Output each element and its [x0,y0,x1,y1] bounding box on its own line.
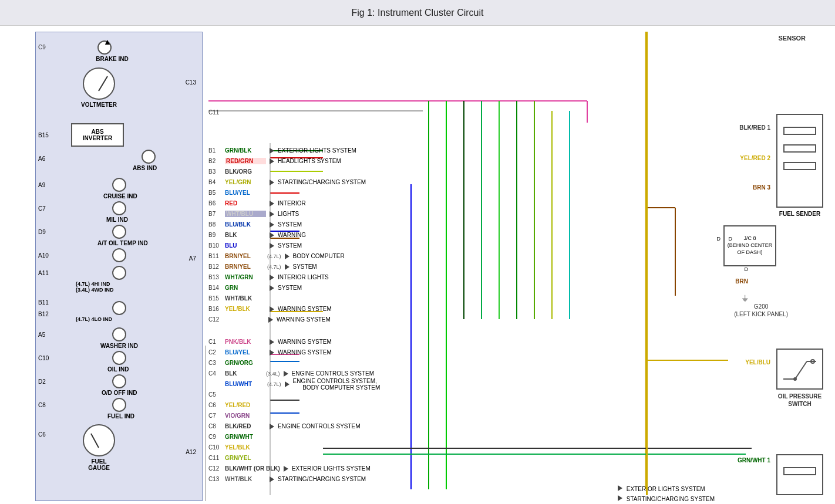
c4-blk-arrow [284,371,288,377]
c11-grnyel-wire: GRN/YEL [225,455,266,461]
fuel-sender-box [776,114,823,208]
c9-grnwht-row: C9 GRN/WHT [208,432,608,441]
c1-row: C1 PNK/BLK WARNING SYSTEM [208,337,608,346]
c6-yel-wire: YEL/RED [225,402,266,408]
at-oil-temp-circle [112,225,126,239]
b2-row: B2 RED/GRN HEADLIGHTS SYSTEM [208,157,608,165]
b6-wire: RED [225,200,266,207]
svg-point-39 [793,377,797,381]
b9-row: B9 BLK WARNING [208,231,608,239]
blk-red-1-label: BLK/RED 1 [739,124,770,131]
b11-arrow [285,253,289,259]
c10-yelblk-pin: C10 [208,444,225,451]
svg-line-35 [91,434,99,448]
b8-pin: B8 [208,221,225,228]
c7-label: C7 [38,205,46,212]
c7-vio-wire: VIO/GRN [225,412,266,419]
switch-symbol [777,350,822,388]
c12-blkwht-pin: C12 [208,465,225,472]
b13-row: B13 WHT/GRN INTERIOR LIGHTS [208,273,608,282]
c4-blu-wire: BLU/WHT [225,381,266,387]
abs-inverter-box: ABSINVERTER [71,123,124,147]
b10-arrow [270,243,274,249]
b11-wire: BRN/YEL [225,253,266,259]
a5-label: A5 [38,332,45,338]
page-container: Fig 1: Instrument Cluster Circuit [0,0,835,504]
washer-ind-circle [112,327,126,341]
b11-label2: B11 [38,299,49,306]
c8-blkred-row: C8 BLK/RED ENGINE CONTROLS SYSTEM [208,422,608,431]
c3-row: C3 GRN/ORG [208,358,608,367]
c9-label: C9 [38,44,46,50]
c10-yelblk-row: C10 YEL/BLK [208,443,608,452]
b12-arrow [285,264,289,270]
c12-blkwht-wire: BLK/WHT (OR BLK) [225,465,280,472]
b6-row: B6 RED INTERIOR [208,199,608,208]
g200-label: G200(LEFT KICK PANEL) [734,303,788,318]
c1-arrow [270,339,274,345]
b1-target: EXTERIOR LIGHTS SYSTEM [278,147,356,154]
fuel-ind-circle [112,398,126,412]
b15-wire: WHT/BLK [225,295,266,302]
b9-pin: B9 [208,232,225,238]
b1-row: B1 GRN/BLK EXTERIOR LIGHTS SYSTEM [208,146,608,155]
c8-blkred-arrow [270,424,274,429]
voltmeter-needle [83,67,115,100]
c4-blk-wire: BLK [225,370,266,377]
b8-arrow [270,222,274,228]
c11-top-label: C11 [208,109,219,116]
c6-yel-pin: C6 [208,402,225,408]
b16-pin: B16 [208,306,225,312]
a12-connector: A12 [186,449,196,455]
voltmeter-label: VOLTMETER [80,102,118,108]
b5-row: B5 BLU/YEL [208,188,608,197]
cluster-panel: C9 BRAKE IND ▲ VOLTMETER C13 ABSINVERTER… [35,32,203,501]
c12-blkwht-row: C12 BLK/WHT (OR BLK) EXTERIOR LIGHTS SYS… [208,464,608,473]
c13-whtblk-pin: C13 [208,476,225,482]
oil-pressure-switch-box [776,349,823,390]
b9-wire: BLK [225,232,266,238]
abs-ind-label: ABS IND [133,165,157,171]
od-off-label: O/D OFF IND [102,390,137,396]
jc8-d2: D [729,236,733,242]
b6-arrow [270,201,274,207]
c3-wire: GRN/ORG [225,360,266,366]
jc8-label: J/C 8(BEHIND CENTEROF DASH) [728,235,773,256]
fourlo-ind-circle [112,301,126,315]
brake-arrow: ▲ [103,37,112,46]
bottom-resistor [783,467,816,475]
c3-pin: C3 [208,360,225,366]
b7-row: B7 WHT/BLU LIGHTS [208,209,608,218]
b12-wire: BRN/YEL [225,263,266,270]
jc8-box: J/C 8(BEHIND CENTEROF DASH) [723,225,776,266]
b14-target: SYSTEM [278,285,302,291]
c8-blkred-pin: C8 [208,423,225,429]
b12-target: SYSTEM [293,263,317,270]
svg-line-37 [795,361,807,379]
d9-label: D9 [38,229,46,235]
c9-grnwht-wire: GRN/WHT [225,434,266,440]
b8-row: B8 BLU/BLK SYSTEM [208,220,608,229]
ext-arrow [618,485,622,491]
c8-blkred-wire: BLK/RED [225,423,266,429]
fourhi-ind-circle [112,266,126,280]
b13-arrow [270,275,274,280]
resistor1 [783,127,816,135]
b13-target: INTERIOR LIGHTS [278,274,329,280]
fourhi-ind-label: (4.7L) 4HI IND(3.4L) 4WD IND [76,281,114,293]
cruise-ind-label: CRUISE IND [103,193,137,199]
b9-arrow [270,232,274,238]
c7-vio-pin: C7 [208,412,225,419]
b7-wire: WHT/BLU [225,211,266,217]
c5-row: C5 [208,390,608,399]
sensor-label: SENSOR [779,35,806,42]
b15-pin-label: B15 [208,295,225,302]
b14-pin: B14 [208,285,225,291]
starting-charging-target: STARTING/CHARGING SYSTEM [618,495,715,502]
c6-label: C6 [38,431,46,438]
fourlo-ind-label: (4.7L) 4LO IND [76,316,112,322]
b10-target-system: SYSTEM [278,242,302,249]
yel-red-2-label: YEL/RED 2 [740,155,770,161]
b10-wire: BLU [225,242,266,249]
mil-ind-label: MIL IND [106,217,128,223]
